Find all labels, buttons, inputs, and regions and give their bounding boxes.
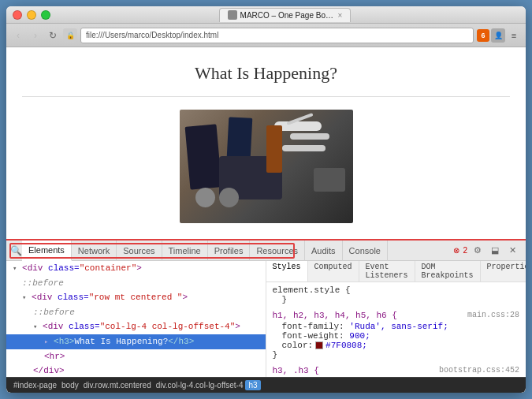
tab-title: MARCO – One Page Boots… xyxy=(240,11,335,20)
tab-close-icon[interactable]: × xyxy=(338,11,343,20)
dom-line: ▾ <div class="col-lg-4 col-lg-offset-4"> xyxy=(6,319,266,334)
webpage: What Is Happening? xyxy=(6,47,526,239)
breadcrumb-div-row: div.row.mt.centered xyxy=(81,381,154,390)
page-heading: What Is Happening? xyxy=(195,63,337,84)
color-swatch xyxy=(315,341,323,349)
styles-sub-tabs: Styles Computed Event Listeners DOM Brea… xyxy=(266,261,526,282)
devtools-tab-elements[interactable]: Elements xyxy=(22,241,72,261)
devtools-tab-timeline[interactable]: Timeline xyxy=(162,241,208,261)
page-divider xyxy=(22,96,510,97)
styles-prop-font-weight: font-weight: 900; xyxy=(273,331,520,341)
styles-sub-tab-dom-breakpoints[interactable]: DOM Breakpoints xyxy=(415,261,481,282)
devtools-tab-network[interactable]: Network xyxy=(72,241,117,261)
error-count-label: 2 xyxy=(463,246,467,255)
styles-panel: Styles Computed Event Listeners DOM Brea… xyxy=(266,261,526,377)
element-style-close: } xyxy=(273,295,520,304)
dom-line: ▾ <div class="container"> xyxy=(6,261,266,276)
close-button[interactable] xyxy=(13,10,22,20)
tab-bar: MARCO – One Page Boots… × xyxy=(50,8,519,22)
devtools-tab-sources[interactable]: Sources xyxy=(117,241,162,261)
styles-prop-font-family: font-family: 'Ruda', sans-serif; xyxy=(273,322,520,331)
dom-line: ::before xyxy=(6,305,266,319)
dock-icon[interactable]: ⬓ xyxy=(488,244,502,258)
address-text: file:///Users/marco/Desktop/index.html xyxy=(86,31,218,39)
devtools-body: ▾ <div class="container"> ::before ▾ <di… xyxy=(6,261,526,377)
h3-block: h3, .h3 { bootstrap.css:452 font-size: 2… xyxy=(273,366,520,377)
element-style-selector: element.style { xyxy=(273,285,520,295)
h1-h6-block: h1, h2, h3, h4, h5, h6 { main.css:28 fon… xyxy=(273,311,520,360)
dom-line: ::before xyxy=(6,276,266,290)
dom-panel: ▾ <div class="container"> ::before ▾ <di… xyxy=(6,261,266,377)
address-bar[interactable]: file:///Users/marco/Desktop/index.html xyxy=(80,28,474,43)
tab-favicon xyxy=(228,10,237,20)
dom-line: <hr> xyxy=(6,349,266,364)
styles-sub-tab-styles[interactable]: Styles xyxy=(266,261,308,282)
reload-button[interactable]: ↻ xyxy=(46,28,60,43)
error-count: ⊗ xyxy=(453,246,459,255)
dom-line: ▾ <div class="row mt centered "> xyxy=(6,290,266,305)
dom-line: </div> xyxy=(6,364,266,377)
devtools-tabs: 🔍 Elements Network Sources Timeline Prof… xyxy=(6,241,526,261)
styles-prop-color: color: #7F0808; xyxy=(273,341,520,350)
active-tab[interactable]: MARCO – One Page Boots… × xyxy=(219,8,352,22)
styles-sub-tab-properties[interactable]: Properties xyxy=(481,261,526,282)
profile-icon[interactable]: 👤 xyxy=(491,28,505,43)
browser-toolbar: ‹ › ↻ 🔒 file:///Users/marco/Desktop/inde… xyxy=(6,24,526,47)
close-devtools-icon[interactable]: ✕ xyxy=(505,244,519,258)
extensions-icon: 🔒 xyxy=(63,28,77,43)
breadcrumb-h3: h3 xyxy=(245,380,260,390)
styles-h1h6-selector: h1, h2, h3, h4, h5, h6 { main.css:28 xyxy=(273,311,520,322)
menu-icon[interactable]: ≡ xyxy=(507,28,521,43)
element-style-block: element.style { } xyxy=(273,285,520,304)
page-image xyxy=(180,110,353,223)
forward-button[interactable]: › xyxy=(28,28,43,43)
notification-icon[interactable]: 6 xyxy=(477,29,489,42)
page-content: What Is Happening? xyxy=(6,47,526,393)
devtools-breadcrumb: #index-page body div.row.mt.centered div… xyxy=(6,377,526,393)
breadcrumb-div-col: div.col-lg-4.col-lg-offset-4 xyxy=(154,381,246,390)
breadcrumb-body: body xyxy=(59,381,81,390)
maximize-button[interactable] xyxy=(41,10,50,20)
devtools-tab-console[interactable]: Console xyxy=(343,241,388,261)
devtools-tab-resources[interactable]: Resources xyxy=(250,241,305,261)
titlebar: MARCO – One Page Boots… × xyxy=(6,6,526,24)
devtools-tab-audits[interactable]: Audits xyxy=(305,241,343,261)
styles-content: element.style { } h1, h2, h3, h4, h5, h6… xyxy=(266,282,526,377)
styles-h3-selector: h3, .h3 { bootstrap.css:452 xyxy=(273,366,520,377)
devtools-panel: 🔍 Elements Network Sources Timeline Prof… xyxy=(6,239,526,393)
browser-window: MARCO – One Page Boots… × ‹ › ↻ 🔒 file:/… xyxy=(6,6,526,393)
styles-h1h6-close: } xyxy=(273,350,520,360)
minimize-button[interactable] xyxy=(27,10,36,20)
settings-icon[interactable]: ⚙ xyxy=(471,244,485,258)
devtools-search-icon[interactable]: 🔍 xyxy=(9,244,22,257)
dom-line-highlighted: ▸ <h3>What Is Happening?</h3> xyxy=(6,334,266,349)
styles-sub-tab-event-listeners[interactable]: Event Listeners xyxy=(359,261,415,282)
styles-sub-tab-computed[interactable]: Computed xyxy=(308,261,359,282)
back-button[interactable]: ‹ xyxy=(11,28,25,43)
traffic-lights xyxy=(13,10,50,20)
devtools-toolbar-right: ⊗ 2 ⚙ ⬓ ✕ xyxy=(453,244,523,258)
breadcrumb-index-page: #index-page xyxy=(11,381,59,390)
devtools-tab-profiles[interactable]: Profiles xyxy=(208,241,251,261)
